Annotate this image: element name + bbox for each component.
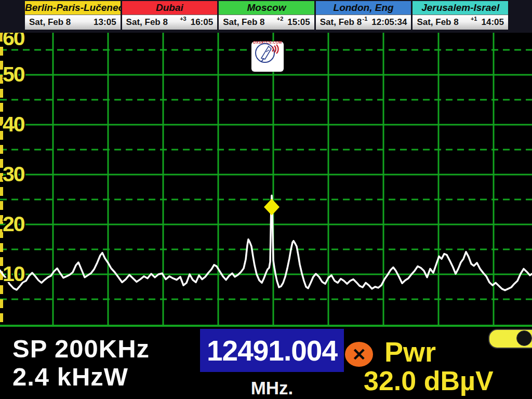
clock-panel: Dubai Sat, Feb 8 +3 16:05 <box>122 1 218 30</box>
clock-date: Sat, Feb 8 <box>417 17 471 28</box>
readout-panel: SP 200KHz 2.4 kHzW 12491.004 MHz. ✕ Pwr … <box>0 328 532 399</box>
clock-time: 12:05:34 <box>371 17 407 28</box>
power-value: 32.0 dBµV <box>364 365 494 396</box>
dxsatcs-logo: DXSATCS.COM <box>251 42 284 72</box>
clock-time: 15:05 <box>287 17 310 28</box>
spectrum-trace <box>0 195 532 290</box>
spectrum-grid-and-trace <box>0 33 532 328</box>
clock-datetime-row: Sat, Feb 8 +3 16:05 <box>122 15 218 30</box>
clear-icon[interactable]: ✕ <box>345 342 373 367</box>
frequency-unit-label: MHz. <box>200 378 344 398</box>
y-axis-tick: 20 <box>3 211 24 237</box>
y-axis-tick: 50 <box>3 62 24 87</box>
clock-city-label: Moscow <box>219 1 314 15</box>
clock-datetime-row: Sat, Feb 8 13:05 <box>25 15 121 30</box>
clock-city-label: Dubai <box>122 1 218 15</box>
clock-panel: Moscow Sat, Feb 8 +2 15:05 <box>219 1 314 30</box>
frequency-display[interactable]: 12491.004 <box>200 329 344 372</box>
clock-time: 16:05 <box>191 17 213 28</box>
world-clock-bar: Berlin-Paris-Lučenec Sat, Feb 8 13:05 Du… <box>0 0 532 33</box>
bandwidth-readout: 2.4 kHzW <box>12 362 128 391</box>
spectrum-plot: DXSATCS.COM 605040302010 <box>0 33 532 328</box>
power-toggle[interactable] <box>488 329 532 349</box>
clock-date: Sat, Feb 8 <box>126 17 180 28</box>
frequency-value: 12491.004 <box>207 334 337 367</box>
clock-panel: Jerusalem-Israel Sat, Feb 8 +1 14:05 <box>413 1 508 30</box>
clock-datetime-row: Sat, Feb 8 -1 12:05:34 <box>316 15 411 30</box>
y-axis-tick: 40 <box>3 112 24 137</box>
clock-datetime-row: Sat, Feb 8 +1 14:05 <box>413 15 508 30</box>
y-axis-tick: 60 <box>3 33 24 51</box>
clock-time: 13:05 <box>94 17 116 28</box>
clock-utc-offset: +1 <box>471 16 477 22</box>
peak-marker-diamond-icon[interactable] <box>264 198 280 215</box>
clock-panel: Berlin-Paris-Lučenec Sat, Feb 8 13:05 <box>25 1 121 30</box>
clock-city-label: Berlin-Paris-Lučenec <box>25 1 121 15</box>
clock-date: Sat, Feb 8 <box>223 17 277 28</box>
clock-datetime-row: Sat, Feb 8 +2 15:05 <box>219 15 314 30</box>
clock-utc-offset: +2 <box>277 16 284 22</box>
clock-date: Sat, Feb 8 <box>29 17 89 28</box>
clock-panel: London, Eng Sat, Feb 8 -1 12:05:34 <box>316 1 411 30</box>
clock-date: Sat, Feb 8 <box>320 17 363 28</box>
y-axis-tick: 30 <box>3 162 24 187</box>
toggle-knob-icon <box>516 330 532 346</box>
satellite-dish-icon <box>251 42 281 64</box>
clock-utc-offset: +3 <box>180 16 187 22</box>
clock-panels: Berlin-Paris-Lučenec Sat, Feb 8 13:05 Du… <box>25 1 508 30</box>
clock-time: 14:05 <box>481 17 503 28</box>
y-axis-tick: 10 <box>3 261 24 287</box>
power-label: Pwr <box>384 336 436 368</box>
spectrum-analyzer-screen: Berlin-Paris-Lučenec Sat, Feb 8 13:05 Du… <box>0 0 532 399</box>
clock-utc-offset: -1 <box>363 16 368 22</box>
clock-city-label: Jerusalem-Israel <box>413 1 508 15</box>
clock-city-label: London, Eng <box>316 1 411 15</box>
span-readout: SP 200KHz <box>12 334 150 363</box>
